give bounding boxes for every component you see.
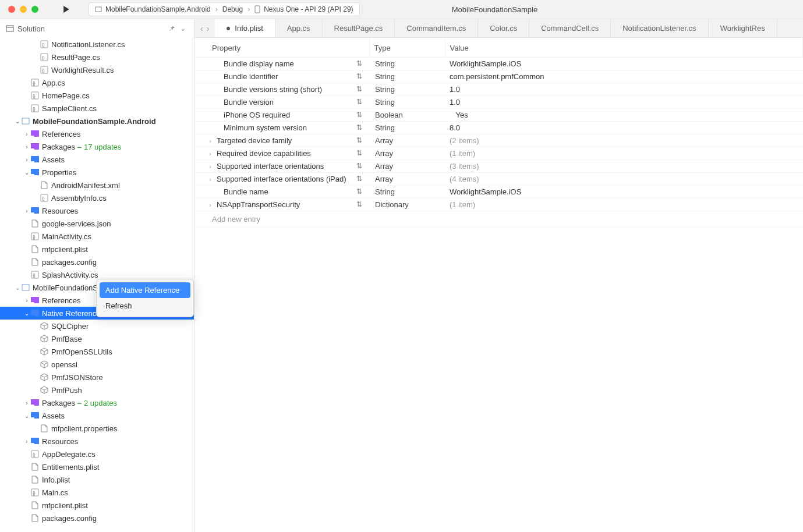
tree-item[interactable]: PmfBase [0, 332, 194, 345]
tree-item[interactable]: packages.config [0, 256, 194, 268]
stepper-icon[interactable]: ⇅ [356, 59, 362, 68]
tree-item[interactable]: mfpclient.properties [0, 422, 194, 435]
tree-item[interactable]: ›Resources [0, 435, 194, 448]
plist-row[interactable]: Bundle versions string (short)⇅String1.0 [194, 83, 803, 96]
chevron-down-icon[interactable]: ⌄ [178, 24, 188, 33]
stepper-icon[interactable]: ⇅ [356, 111, 362, 119]
tree-item[interactable]: ⌄Assets [0, 409, 194, 422]
plist-row[interactable]: ›Supported interface orientations (iPad)… [194, 173, 803, 186]
tree-item[interactable]: ›Packages – 17 updates [0, 140, 194, 153]
tree-item[interactable]: {}Main.cs [0, 486, 194, 499]
tree-item[interactable]: google-services.json [0, 217, 194, 230]
editor-tab[interactable]: App.cs [275, 19, 323, 37]
tree-item[interactable]: {}AppDelegate.cs [0, 448, 194, 460]
tree-item[interactable]: {}HomePage.cs [0, 89, 194, 102]
stepper-icon[interactable]: ⇅ [356, 72, 362, 80]
plist-row[interactable]: Minimum system version⇅String8.0 [194, 122, 803, 134]
stepper-icon[interactable]: ⇅ [356, 136, 362, 144]
tree-item[interactable]: Entitlements.plist [0, 460, 194, 473]
plist-row[interactable]: ›Targeted device family⇅Array(2 items) [194, 134, 803, 147]
tree-item[interactable]: {}AssemblyInfo.cs [0, 191, 194, 204]
plist-row[interactable]: Bundle identifier⇅Stringcom.persistent.p… [194, 70, 803, 83]
plist-row[interactable]: ›Supported interface orientations⇅Array(… [194, 160, 803, 173]
tree-item[interactable]: PmfJSONStore [0, 371, 194, 384]
chevron-right-icon[interactable]: › [206, 151, 214, 157]
editor-tab[interactable]: Color.cs [478, 19, 529, 37]
editor-tab[interactable]: CommandItem.cs [395, 19, 478, 37]
editor-tab[interactable]: ResultPage.cs [323, 19, 395, 37]
chevron-right-icon[interactable]: › [206, 176, 214, 183]
plist-value[interactable]: WorklightSample.iOS [445, 186, 803, 198]
chevron-right-icon[interactable]: › [206, 202, 214, 208]
chevron-right-icon[interactable]: › [23, 297, 30, 304]
nav-forward-button[interactable]: › [207, 24, 210, 33]
tree-item[interactable]: ⌄MobileFoundationSample.Android [0, 115, 194, 127]
tree-item[interactable]: ›Resources [0, 204, 194, 217]
chevron-down-icon[interactable]: ⌄ [23, 413, 30, 419]
tree-item[interactable]: {}App.cs [0, 76, 194, 89]
stepper-icon[interactable]: ⇅ [356, 162, 362, 170]
pin-icon[interactable]: 📌︎ [166, 24, 178, 33]
chevron-down-icon[interactable]: ⌄ [14, 285, 21, 291]
plist-value[interactable]: (1 item) [445, 147, 803, 160]
nav-back-button[interactable]: ‹ [200, 24, 203, 33]
plist-value[interactable]: (1 item) [445, 198, 803, 211]
close-window-button[interactable] [8, 6, 15, 13]
chevron-down-icon[interactable]: ⌄ [23, 310, 30, 317]
tree-item[interactable]: mfpclient.plist [0, 499, 194, 512]
chevron-right-icon[interactable]: › [206, 138, 214, 144]
plist-value[interactable]: (4 items) [445, 173, 803, 186]
editor-tab[interactable]: WorklightRes [709, 19, 777, 37]
tree-item[interactable]: openssl [0, 358, 194, 371]
tree-item[interactable]: SQLCipher [0, 320, 194, 332]
stepper-icon[interactable]: ⇅ [356, 187, 362, 196]
header-property[interactable]: Property [194, 38, 369, 58]
tree-item[interactable]: Info.plist [0, 473, 194, 486]
plist-row[interactable]: Bundle version⇅String1.0 [194, 96, 803, 109]
tree-item[interactable]: {}SampleClient.cs [0, 102, 194, 115]
chevron-right-icon[interactable]: › [23, 438, 30, 445]
menu-add-native-reference[interactable]: Add Native Reference [100, 282, 190, 298]
chevron-right-icon[interactable]: › [23, 157, 30, 163]
chevron-right-icon[interactable]: › [23, 208, 30, 214]
editor-tab[interactable]: NotificationListener.cs [611, 19, 708, 37]
tree-item[interactable]: PmfOpenSSLUtils [0, 345, 194, 358]
chevron-down-icon[interactable]: ⌄ [14, 118, 21, 125]
tree-item[interactable]: ›References [0, 127, 194, 140]
plist-row[interactable]: ›Required device capabilities⇅Array(1 it… [194, 147, 803, 160]
tree-item[interactable]: AndroidManifest.xml [0, 179, 194, 191]
plist-row[interactable]: iPhone OS required⇅Boolean Yes [194, 109, 803, 122]
stepper-icon[interactable]: ⇅ [356, 200, 362, 208]
chevron-right-icon[interactable]: › [23, 131, 30, 137]
tree-item[interactable]: packages.config [0, 512, 194, 524]
tree-item[interactable]: ⌄Properties [0, 166, 194, 179]
chevron-right-icon[interactable]: › [206, 164, 214, 170]
plist-row[interactable]: ›NSAppTransportSecurity⇅Dictionary(1 ite… [194, 198, 803, 211]
tree-item[interactable]: {}NotificationListener.cs [0, 38, 194, 51]
stepper-icon[interactable]: ⇅ [356, 98, 362, 106]
chevron-down-icon[interactable]: ⌄ [23, 169, 30, 176]
editor-tab[interactable]: CommandCell.cs [529, 19, 611, 37]
tree-item[interactable]: PmfPush [0, 384, 194, 396]
stepper-icon[interactable]: ⇅ [356, 149, 362, 157]
stepper-icon[interactable]: ⇅ [356, 123, 362, 132]
run-target-selector[interactable]: MobileFoundationSample.Android › Debug ›… [89, 2, 360, 16]
add-new-entry[interactable]: Add new entry [194, 211, 803, 228]
menu-refresh[interactable]: Refresh [100, 298, 190, 314]
stepper-icon[interactable]: ⇅ [356, 175, 362, 183]
run-button[interactable] [61, 6, 72, 13]
stepper-icon[interactable]: ⇅ [356, 85, 362, 93]
tree-item[interactable]: ›Packages – 2 updates [0, 396, 194, 409]
plist-value[interactable]: (3 items) [445, 160, 803, 173]
zoom-window-button[interactable] [31, 6, 38, 13]
plist-row[interactable]: Bundle display name⇅StringWorklightSampl… [194, 58, 803, 70]
plist-value[interactable]: 1.0 [445, 83, 803, 96]
plist-value[interactable]: 1.0 [445, 96, 803, 109]
tree-item[interactable]: ›Assets [0, 153, 194, 166]
plist-value[interactable]: com.persistent.pmfCommon [445, 70, 803, 83]
header-type[interactable]: Type [369, 38, 445, 58]
tree-item[interactable]: {}MainActivity.cs [0, 230, 194, 243]
tree-item[interactable]: {}ResultPage.cs [0, 51, 194, 63]
header-value[interactable]: Value [445, 38, 803, 58]
plist-value[interactable]: WorklightSample.iOS [445, 58, 803, 70]
